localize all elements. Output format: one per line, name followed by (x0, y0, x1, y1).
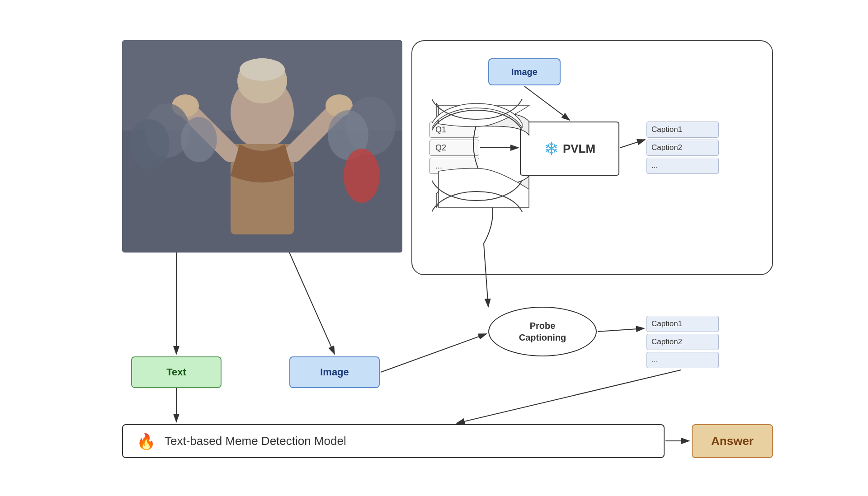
q2-item: Q2 (429, 140, 479, 156)
caption1-bottom: Caption1 (646, 316, 719, 332)
svg-line-19 (289, 253, 335, 354)
caption-stack-top: Caption1 Caption2 ... (646, 122, 719, 176)
image-box-bottom-label: Image (320, 366, 349, 378)
detection-model-box: 🔥 Text-based Meme Detection Model (122, 424, 665, 458)
caption-dots-top: ... (646, 158, 719, 174)
caption1-top: Caption1 (646, 122, 719, 138)
fire-icon: 🔥 (137, 432, 156, 450)
svg-line-26 (457, 370, 681, 423)
meme-image: kick them out of country (122, 40, 402, 253)
svg-line-25 (598, 328, 644, 332)
svg-point-12 (181, 117, 217, 162)
q-dots-item: ... (429, 158, 479, 174)
image-box-top: Image (488, 58, 561, 85)
svg-point-15 (344, 149, 380, 203)
caption-stack-bottom: Caption1 Caption2 ... (646, 316, 719, 370)
snowflake-icon: ❄ (544, 138, 559, 159)
wavy-top (432, 97, 536, 133)
text-box: Text (131, 356, 222, 388)
svg-line-24 (381, 334, 486, 372)
caption-dots-bottom: ... (646, 352, 719, 368)
wavy-bottom (432, 178, 536, 214)
svg-point-4 (240, 58, 285, 81)
svg-point-14 (129, 119, 170, 169)
image-box-top-label: Image (511, 67, 538, 77)
probe-captioning-ellipse: ProbeCaptioning (488, 307, 597, 356)
image-box-bottom: Image (289, 356, 380, 388)
answer-label: Answer (711, 434, 754, 448)
text-box-label: Text (166, 366, 186, 378)
pvlm-label: PVLM (563, 142, 595, 156)
answer-box: Answer (692, 424, 773, 458)
detection-model-label: Text-based Meme Detection Model (165, 434, 346, 448)
caption2-bottom: Caption2 (646, 334, 719, 350)
probe-captioning-label: ProbeCaptioning (519, 320, 566, 343)
caption2-top: Caption2 (646, 140, 719, 156)
